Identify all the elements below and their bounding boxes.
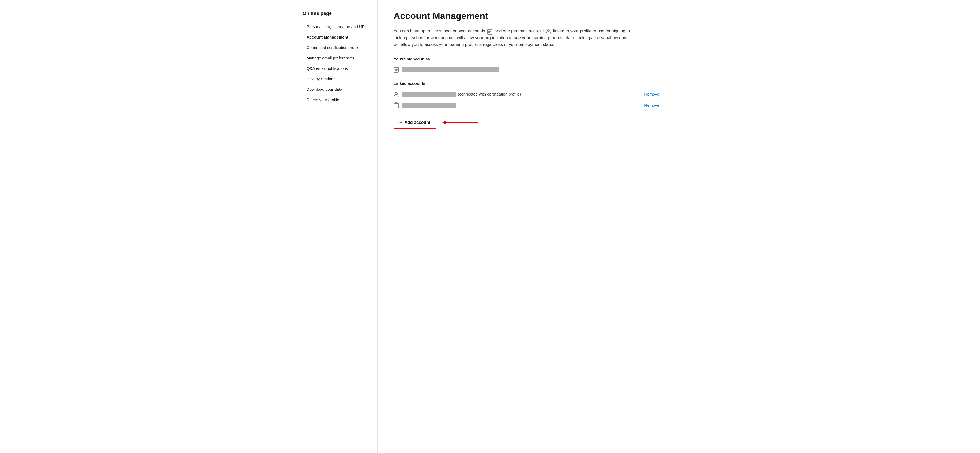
- linked-account-row-2: Remove: [394, 100, 661, 111]
- linked-account-email-redacted-1: [402, 92, 456, 97]
- signed-in-label: You're signed in as: [394, 57, 661, 61]
- svg-point-9: [395, 92, 397, 95]
- linked-account-info-1: (connected with certification profile): [402, 92, 642, 97]
- arrow-indicator: [442, 120, 478, 125]
- sidebar-item-manage-email[interactable]: Manage email preferences: [302, 53, 371, 63]
- add-account-button[interactable]: + Add account: [394, 117, 436, 129]
- linked-account-email-redacted-2: [402, 103, 456, 108]
- sidebar-item-delete-profile[interactable]: Delete your profile: [302, 95, 371, 105]
- linked-account-info-2: [402, 103, 642, 108]
- description-text: You can have up to five school or work a…: [394, 28, 635, 48]
- linked-personal-icon: [394, 92, 399, 97]
- signed-in-row: [394, 65, 661, 74]
- plus-icon: +: [399, 120, 402, 125]
- cert-label: (connected with certification profile): [458, 92, 521, 96]
- sidebar-item-download-data[interactable]: Download your data: [302, 84, 371, 94]
- sidebar-item-qa-email[interactable]: Q&A email notifications: [302, 63, 371, 73]
- linked-work-icon: [394, 103, 399, 108]
- remove-button-2[interactable]: Remove: [642, 103, 661, 108]
- sidebar-item-privacy-settings[interactable]: Privacy Settings: [302, 74, 371, 84]
- linked-account-row-1: (connected with certification profile) R…: [394, 89, 661, 100]
- main-content: Account Management You can have up to fi…: [377, 0, 678, 453]
- sidebar-item-account-management[interactable]: Account Management: [302, 32, 371, 42]
- arrow-line: [446, 122, 478, 123]
- sidebar-item-connected-certification[interactable]: Connected certification profile: [302, 43, 371, 52]
- remove-button-1[interactable]: Remove: [642, 92, 661, 96]
- add-account-container: + Add account: [394, 117, 661, 129]
- work-account-icon: [487, 29, 492, 34]
- page-title: Account Management: [394, 11, 661, 21]
- signed-in-work-icon: [394, 67, 399, 73]
- sidebar: On this page Personal info, username and…: [302, 0, 377, 453]
- sidebar-item-personal-info[interactable]: Personal info, username and URL: [302, 22, 371, 32]
- signed-in-email-redacted: [402, 67, 499, 72]
- arrow-head: [442, 120, 446, 125]
- linked-accounts-section: Linked accounts (connected with certific…: [394, 81, 661, 111]
- sidebar-heading: On this page: [302, 11, 371, 16]
- personal-account-icon: [546, 29, 551, 34]
- svg-point-4: [547, 29, 549, 32]
- linked-accounts-label: Linked accounts: [394, 81, 661, 86]
